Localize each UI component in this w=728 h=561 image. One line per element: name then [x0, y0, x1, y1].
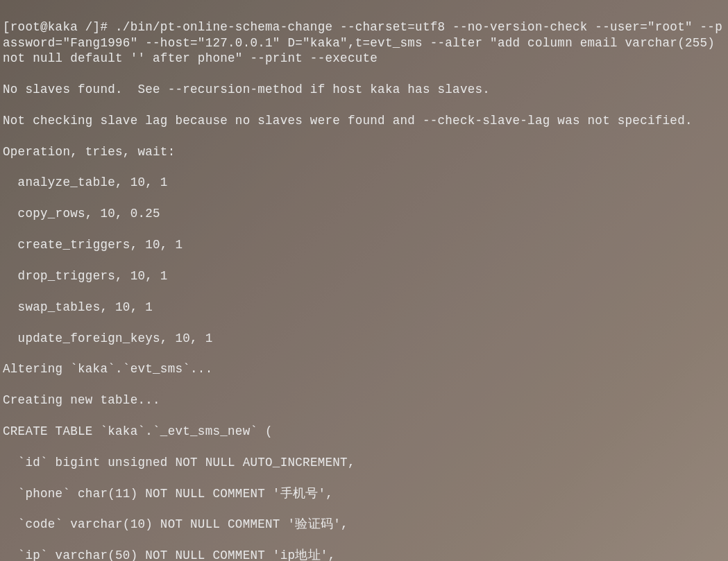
terminal-line: copy_rows, 10, 0.25	[3, 206, 725, 221]
terminal-line: `ip` varchar(50) NOT NULL COMMENT 'ip地址'…	[3, 548, 725, 561]
terminal-line: `phone` char(11) NOT NULL COMMENT '手机号',	[3, 486, 725, 501]
terminal-line: CREATE TABLE `kaka`.`_evt_sms_new` (	[3, 424, 725, 439]
terminal-line: swap_tables, 10, 1	[3, 300, 725, 315]
terminal-line: `id` bigint unsigned NOT NULL AUTO_INCRE…	[3, 455, 725, 470]
terminal-line: Operation, tries, wait:	[3, 144, 725, 159]
terminal-line: [root@kaka /]# ./bin/pt-online-schema-ch…	[3, 19, 725, 66]
terminal-line: `code` varchar(10) NOT NULL COMMENT '验证码…	[3, 517, 725, 532]
terminal-line: Not checking slave lag because no slaves…	[3, 113, 725, 128]
terminal-line: analyze_table, 10, 1	[3, 175, 725, 190]
terminal-line: Creating new table...	[3, 392, 725, 408]
terminal-line: drop_triggers, 10, 1	[3, 268, 725, 284]
terminal-output[interactable]: [root@kaka /]# ./bin/pt-online-schema-ch…	[0, 0, 728, 561]
terminal-line: update_foreign_keys, 10, 1	[3, 331, 725, 346]
terminal-line: Altering `kaka`.`evt_sms`...	[3, 361, 725, 377]
terminal-line: create_triggers, 10, 1	[3, 237, 725, 252]
terminal-line: No slaves found. See --recursion-method …	[3, 82, 725, 97]
